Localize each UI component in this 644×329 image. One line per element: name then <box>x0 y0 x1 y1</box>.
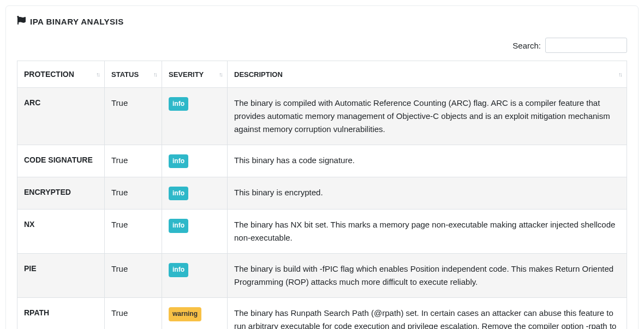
cell-protection: NX <box>17 210 105 254</box>
card-header: IPA BINARY ANALYSIS <box>6 6 638 33</box>
column-header-description[interactable]: DESCRIPTION ↑↓ <box>228 61 627 88</box>
severity-badge: info <box>169 187 188 200</box>
cell-severity: info <box>162 210 228 254</box>
column-header-protection[interactable]: PROTECTION ↑↓ <box>17 61 105 88</box>
table-row: PIETrueinfoThe binary is build with -fPI… <box>17 254 627 298</box>
column-label: STATUS <box>111 70 139 79</box>
cell-severity: info <box>162 145 228 177</box>
cell-description: The binary is build with -fPIC flag whic… <box>228 254 627 298</box>
cell-severity: warning <box>162 298 228 329</box>
severity-badge: info <box>169 97 188 111</box>
sort-icon: ↑↓ <box>153 71 156 77</box>
cell-severity: info <box>162 177 228 210</box>
severity-badge: warning <box>169 307 201 321</box>
cell-status: True <box>105 298 162 329</box>
search-label: Search: <box>512 41 541 50</box>
column-label: PROTECTION <box>24 70 74 79</box>
column-header-status[interactable]: STATUS ↑↓ <box>105 61 162 88</box>
cell-status: True <box>105 145 162 177</box>
cell-protection: CODE SIGNATURE <box>17 145 105 177</box>
sort-icon: ↑↓ <box>96 71 99 77</box>
cell-status: True <box>105 210 162 254</box>
analysis-card: IPA BINARY ANALYSIS Search: PROTECTION ↑… <box>5 5 639 329</box>
cell-protection: ENCRYPTED <box>17 177 105 210</box>
cell-protection: RPATH <box>17 298 105 329</box>
cell-description: The binary has Runpath Search Path (@rpa… <box>228 298 627 329</box>
sort-icon: ↑↓ <box>219 71 222 77</box>
severity-badge: info <box>169 219 188 232</box>
cell-severity: info <box>162 88 228 145</box>
analysis-table: PROTECTION ↑↓ STATUS ↑↓ SEVERITY ↑↓ DESC… <box>17 61 627 329</box>
cell-protection: PIE <box>17 254 105 298</box>
sort-icon: ↑↓ <box>618 71 621 77</box>
cell-description: This binary is encrypted. <box>228 177 627 210</box>
table-wrap: PROTECTION ↑↓ STATUS ↑↓ SEVERITY ↑↓ DESC… <box>6 61 638 329</box>
search-row: Search: <box>6 33 638 61</box>
cell-description: This binary has a code signature. <box>228 145 627 177</box>
cell-description: The binary is compiled with Automatic Re… <box>228 88 627 145</box>
column-label: DESCRIPTION <box>234 70 283 79</box>
flag-icon <box>17 16 26 27</box>
table-row: ARCTrueinfoThe binary is compiled with A… <box>17 88 627 145</box>
cell-severity: info <box>162 254 228 298</box>
cell-protection: ARC <box>17 88 105 145</box>
table-row: CODE SIGNATURETrueinfoThis binary has a … <box>17 145 627 177</box>
severity-badge: info <box>169 263 188 277</box>
cell-description: The binary has NX bit set. This marks a … <box>228 210 627 254</box>
table-row: NXTrueinfoThe binary has NX bit set. Thi… <box>17 210 627 254</box>
table-row: ENCRYPTEDTrueinfoThis binary is encrypte… <box>17 177 627 210</box>
search-input[interactable] <box>545 38 627 53</box>
column-header-severity[interactable]: SEVERITY ↑↓ <box>162 61 228 88</box>
cell-status: True <box>105 177 162 210</box>
cell-status: True <box>105 88 162 145</box>
card-title: IPA BINARY ANALYSIS <box>30 17 124 26</box>
cell-status: True <box>105 254 162 298</box>
column-label: SEVERITY <box>169 70 204 79</box>
table-row: RPATHTruewarningThe binary has Runpath S… <box>17 298 627 329</box>
severity-badge: info <box>169 154 188 168</box>
